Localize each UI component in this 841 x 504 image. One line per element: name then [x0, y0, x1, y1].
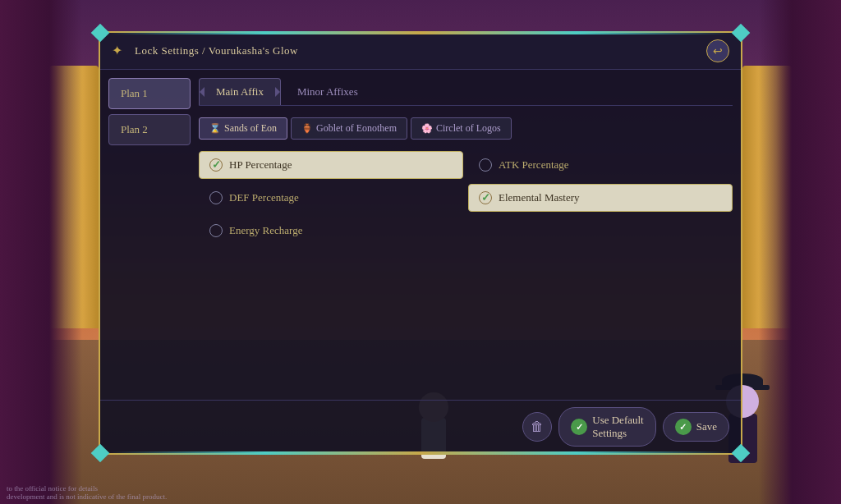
options-grid: ✓ HP Percentage DEF Percentage Energy Re…: [199, 151, 733, 392]
option-elemental-mastery[interactable]: ✓ Elemental Mastery: [468, 184, 733, 212]
back-button[interactable]: ↩: [706, 39, 729, 62]
plan-1-button[interactable]: Plan 1: [108, 78, 191, 109]
dialog-border-top: [108, 31, 733, 34]
delete-button[interactable]: 🗑: [522, 412, 552, 442]
option-energy-recharge[interactable]: Energy Recharge: [199, 217, 463, 245]
checkbox-def-pct: [209, 191, 223, 204]
dialog-footer: 🗑 ✓ Use Default Settings ✓ Save: [100, 400, 741, 453]
affix-tab-header: Main Affix Minor Affixes: [199, 78, 733, 106]
options-column-right: ATK Percentage ✓ Elemental Mastery: [468, 151, 733, 392]
dialog-border-bottom: [108, 451, 733, 455]
curtain-right: [759, 0, 841, 504]
sands-icon: ⌛: [209, 123, 221, 134]
tab-minor-affixes[interactable]: Minor Affixes: [281, 79, 375, 105]
checkbox-hp-pct: ✓: [209, 158, 223, 172]
options-column-left: ✓ HP Percentage DEF Percentage Energy Re…: [199, 151, 463, 392]
piece-tab-bar: ⌛ Sands of Eon 🏺 Goblet of Eonothem 🌸 Ci…: [199, 112, 733, 144]
piece-tab-circlet[interactable]: 🌸 Circlet of Logos: [411, 117, 512, 140]
use-default-settings-button[interactable]: ✓ Use Default Settings: [558, 407, 655, 447]
checkbox-energy-recharge: [209, 224, 223, 237]
goblet-icon: 🏺: [301, 123, 313, 134]
back-icon: ↩: [713, 44, 723, 58]
lock-settings-dialog: ✦ Lock Settings / Vourukasha's Glow ↩ Pl…: [99, 31, 742, 455]
circlet-icon: 🌸: [421, 123, 433, 134]
save-button[interactable]: ✓ Save: [663, 412, 729, 442]
option-def-percentage[interactable]: DEF Percentage: [199, 184, 463, 212]
dialog-body: Plan 1 Plan 2 Main Affix Minor Affixes ⌛: [100, 70, 741, 400]
dialog-title: Lock Settings / Vourukasha's Glow: [135, 44, 298, 57]
dialog-header: ✦ Lock Settings / Vourukasha's Glow ↩: [100, 33, 741, 70]
piece-tab-sands[interactable]: ⌛ Sands of Eon: [199, 117, 287, 140]
use-default-label: Use Default Settings: [592, 414, 643, 440]
save-check-icon: ✓: [675, 419, 692, 435]
checkbox-elem-mastery: ✓: [479, 191, 492, 204]
disclaimer-line1: to the official notice for details: [7, 484, 167, 493]
use-default-check-icon: ✓: [571, 419, 587, 435]
tab-main-affix[interactable]: Main Affix: [199, 78, 281, 105]
content-area: Main Affix Minor Affixes ⌛ Sands of Eon …: [199, 78, 733, 392]
dialog-icon: ✦: [112, 43, 128, 59]
delete-icon: 🗑: [531, 419, 544, 434]
option-label-def-pct: DEF Percentage: [229, 191, 299, 204]
check-mark-elem: ✓: [481, 191, 490, 204]
option-label-elem-mastery: Elemental Mastery: [499, 191, 580, 204]
save-label: Save: [696, 420, 717, 433]
option-label-hp-pct: HP Percentage: [229, 158, 292, 172]
checkbox-atk-pct: [479, 158, 492, 172]
plan-sidebar: Plan 1 Plan 2: [108, 78, 191, 392]
option-hp-percentage[interactable]: ✓ HP Percentage: [199, 151, 463, 179]
curtain-left: [0, 0, 82, 504]
option-label-energy-recharge: Energy Recharge: [229, 224, 302, 237]
check-mark-hp: ✓: [212, 158, 221, 172]
plan-2-button[interactable]: Plan 2: [108, 114, 191, 145]
piece-tab-goblet[interactable]: 🏺 Goblet of Eonothem: [291, 117, 407, 140]
disclaimer: to the official notice for details devel…: [7, 484, 167, 501]
option-label-atk-pct: ATK Percentage: [499, 158, 569, 172]
option-atk-percentage[interactable]: ATK Percentage: [468, 151, 733, 179]
disclaimer-line2: development and is not indicative of the…: [7, 493, 167, 501]
